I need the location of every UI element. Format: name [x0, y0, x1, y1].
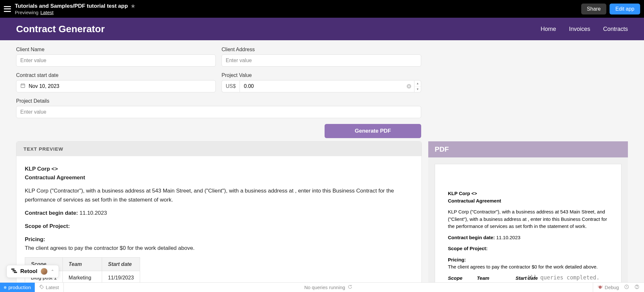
text-preview-panel: TEXT PREVIEW KLP Corp <> Contractual Agr… [16, 141, 422, 292]
th-team: Team [63, 257, 102, 271]
pdf-panel: PDF KLP Corp <> Contractual Agreement KL… [428, 141, 628, 292]
project-value-label: Project Value [222, 72, 421, 78]
retool-pill[interactable]: Retool ⌃ [6, 265, 59, 278]
environment-badge[interactable]: production [0, 283, 35, 292]
pdf-pricing-label: Pricing: [448, 257, 466, 262]
client-address-label: Client Address [222, 47, 421, 52]
client-address-input[interactable] [222, 54, 421, 67]
nav-contracts[interactable]: Contracts [603, 26, 628, 33]
nav-home[interactable]: Home [541, 26, 556, 33]
debug-label: Debug [605, 285, 619, 290]
pdf-body: KLP Corp <> Contractual Agreement KLP Co… [428, 157, 628, 292]
pdf-agreement-title: Contractual Agreement [448, 198, 501, 203]
preview-body-1: KLP Corp ("Contractor"), with a business… [25, 186, 413, 204]
chevron-up-icon[interactable]: ⌃ [51, 269, 54, 274]
project-details-input[interactable] [16, 106, 421, 118]
contract-start-label: Contract start date [16, 72, 216, 78]
preview-section: TEXT PREVIEW KLP Corp <> Contractual Agr… [0, 138, 644, 292]
pdf-company: KLP Corp <> [448, 191, 477, 196]
tag-icon [39, 285, 44, 290]
project-value-field[interactable] [240, 80, 404, 92]
pdf-pricing-text: The client agrees to pay the contractor … [448, 264, 598, 269]
top-bar: Tutorials and Samples/PDF tutorial test … [0, 0, 644, 18]
svg-rect-6 [13, 270, 16, 271]
project-value-input[interactable]: US$ ▲ ▼ [222, 80, 421, 92]
preview-pricing-label: Pricing: [25, 236, 45, 242]
top-bar-left: Tutorials and Samples/PDF tutorial test … [4, 3, 136, 15]
svg-line-12 [602, 286, 602, 287]
currency-prefix: US$ [222, 80, 240, 92]
pdf-th-team: Team [477, 275, 509, 282]
project-details-group: Project Details [16, 98, 421, 118]
debug-area: Debug [593, 283, 644, 292]
page-title: Contract Generator [16, 24, 105, 34]
clear-icon[interactable] [404, 80, 414, 92]
generate-pdf-button[interactable]: Generate PDF [325, 124, 421, 138]
client-name-label: Client Name [16, 47, 216, 52]
retool-label: Retool [20, 268, 37, 275]
debug-button[interactable]: Debug [598, 284, 619, 290]
quantity-stepper: ▲ ▼ [414, 80, 421, 92]
top-bar-right: Share Edit app [581, 4, 640, 14]
project-details-label: Project Details [16, 98, 421, 104]
contract-start-value: Nov 10, 2023 [29, 83, 59, 89]
latest-link[interactable]: Latest [40, 10, 53, 15]
preview-company: KLP Corp <> [25, 166, 58, 172]
svg-rect-5 [11, 268, 14, 270]
help-icon[interactable] [634, 284, 639, 290]
preview-begin-label: Contract begin date: [25, 210, 78, 216]
retool-logo-icon [11, 268, 17, 274]
edit-app-button[interactable]: Edit app [610, 4, 640, 14]
svg-rect-7 [14, 272, 17, 273]
history-icon[interactable] [624, 284, 629, 290]
avatar[interactable] [41, 268, 48, 275]
pdf-begin-date: 11.10.2023 [496, 235, 520, 240]
queries-completed-toast: All queries completed. [521, 274, 605, 281]
pdf-scope-label: Scope of Project: [448, 246, 488, 251]
version-tag[interactable]: Latest [35, 283, 64, 292]
preview-begin-date: 11.10.2023 [80, 210, 107, 216]
queries-status-text: No queries running [304, 285, 345, 290]
contract-start-group: Contract start date Nov 10, 2023 [16, 72, 216, 92]
client-name-group: Client Name [16, 47, 216, 67]
svg-point-8 [40, 286, 41, 286]
menu-icon[interactable] [4, 6, 11, 12]
nav-links: Home Invoices Contracts [541, 26, 628, 33]
th-start: Start date [102, 257, 140, 271]
app-header: Contract Generator Home Invoices Contrac… [0, 18, 644, 40]
pdf-page: KLP Corp <> Contractual Agreement KLP Co… [435, 164, 621, 292]
pdf-header: PDF [428, 141, 628, 157]
contract-start-input[interactable]: Nov 10, 2023 [16, 80, 216, 92]
svg-line-11 [598, 286, 599, 287]
stepper-up[interactable]: ▲ [414, 80, 421, 87]
form-area: Client Name Client Address Contract star… [0, 40, 644, 138]
preview-agreement-title: Contractual Agreement [25, 174, 85, 181]
project-value-group: Project Value US$ ▲ ▼ [222, 72, 421, 92]
text-preview-header: TEXT PREVIEW [16, 142, 421, 156]
stepper-down[interactable]: ▼ [414, 87, 421, 92]
client-name-input[interactable] [16, 54, 216, 67]
pdf-body-1: KLP Corp ("Contractor"), with a business… [448, 208, 608, 230]
preview-pricing-text: The client agrees to pay the contractor … [25, 245, 194, 251]
refresh-icon[interactable] [348, 285, 352, 290]
preview-scope-label: Scope of Project: [25, 223, 70, 229]
env-dot-icon [4, 286, 6, 289]
bottom-bar: production Latest No queries running Deb… [0, 282, 644, 292]
breadcrumb[interactable]: Tutorials and Samples/PDF tutorial test … [15, 3, 128, 9]
queries-status: No queries running [64, 285, 593, 290]
svg-point-17 [637, 288, 637, 288]
share-button[interactable]: Share [581, 4, 607, 14]
client-address-group: Client Address [222, 47, 421, 67]
env-label: production [8, 285, 31, 290]
nav-invoices[interactable]: Invoices [569, 26, 590, 33]
calendar-icon [20, 83, 25, 89]
star-icon[interactable]: ★ [130, 3, 136, 10]
text-preview-body: KLP Corp <> Contractual Agreement KLP Co… [16, 156, 421, 292]
bug-icon [598, 284, 603, 290]
pdf-begin-label: Contract begin date: [448, 235, 495, 240]
breadcrumb-area: Tutorials and Samples/PDF tutorial test … [15, 3, 136, 15]
svg-rect-0 [21, 84, 25, 88]
version-label: Latest [46, 285, 59, 290]
previewing-label: Previewing [15, 10, 38, 15]
pdf-th-scope: Scope [448, 275, 470, 282]
